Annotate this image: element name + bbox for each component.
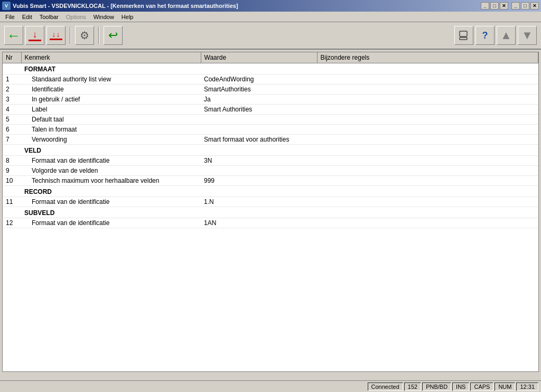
cursor-button[interactable]: [454, 26, 473, 45]
status-connected: Connected: [368, 382, 403, 391]
status-time: 12:31: [516, 382, 538, 391]
cell-bijzondere: [317, 115, 538, 125]
status-caps: CAPS: [470, 382, 493, 391]
cell-bijzondere: [317, 197, 538, 207]
cell-waarde: Smart formaat voor authorities: [201, 135, 317, 145]
cell-waarde: 999: [201, 176, 317, 186]
menu-window[interactable]: Window: [90, 13, 117, 21]
cell-bijzondere: [317, 135, 538, 145]
col-header-waarde: Waarde: [201, 52, 317, 63]
download-button[interactable]: ↓: [25, 26, 44, 45]
menu-options[interactable]: Options: [63, 13, 89, 21]
table-row[interactable]: 9 Volgorde van de velden: [3, 166, 538, 176]
cell-kenmerk: Talen in formaat: [21, 125, 201, 135]
section-indicator: [3, 63, 21, 74]
back-button[interactable]: ←: [4, 26, 23, 45]
cell-kenmerk: Technisch maximum voor herhaalbare velde…: [21, 176, 201, 186]
close-main-btn[interactable]: ✕: [500, 2, 508, 10]
col-header-kenmerk: Kenmerk: [21, 52, 201, 63]
table-row[interactable]: RECORD: [3, 186, 538, 197]
table-row[interactable]: VELD: [3, 145, 538, 156]
cell-waarde: [201, 166, 317, 176]
nav-up-button[interactable]: ▲: [497, 26, 516, 45]
minimize-child-btn[interactable]: _: [511, 2, 520, 10]
cell-kenmerk: Default taal: [21, 115, 201, 125]
table-row[interactable]: 2 Identificatie SmartAuthorities: [3, 85, 538, 95]
cell-waarde: Ja: [201, 95, 317, 105]
table-row[interactable]: 8 Formaat van de identificatie 3N: [3, 156, 538, 166]
section-indicator: [3, 186, 21, 197]
status-code: 152: [404, 382, 421, 391]
cell-bijzondere: [317, 166, 538, 176]
cell-nr: 11: [3, 197, 21, 207]
svg-rect-0: [460, 31, 467, 36]
cell-kenmerk: Volgorde van de velden: [21, 166, 201, 176]
menu-edit[interactable]: Edit: [19, 13, 35, 21]
menu-toolbar[interactable]: Toolbar: [36, 13, 62, 21]
minimize-main-btn[interactable]: _: [481, 2, 489, 10]
cell-waarde: SmartAuthorities: [201, 85, 317, 95]
cell-bijzondere: [317, 176, 538, 186]
menu-bar: File Edit Toolbar Options Window Help: [0, 12, 541, 22]
table-row[interactable]: 6 Talen in formaat: [3, 125, 538, 135]
maximize-child-btn[interactable]: □: [521, 2, 529, 10]
app-icon: V: [2, 2, 11, 10]
section-indicator: [3, 145, 21, 156]
section-label: FORMAAT: [21, 63, 538, 74]
ins-text: INS: [456, 384, 465, 390]
help-button[interactable]: ?: [475, 26, 495, 45]
cell-bijzondere: [317, 74, 538, 85]
cell-kenmerk: Formaat van de identificatie: [21, 197, 201, 207]
pnbbd-text: PNB/BD: [426, 384, 447, 390]
menu-help[interactable]: Help: [118, 13, 137, 21]
section-label: RECORD: [21, 186, 538, 197]
nav-down-button[interactable]: ▼: [518, 26, 537, 45]
table-row[interactable]: 11 Formaat van de identificatie 1.N: [3, 197, 538, 207]
toolbar: ← ↓ ↓↓ ⚙ ↩ ? ▲ ▼: [0, 22, 541, 50]
download-all-button[interactable]: ↓↓: [46, 26, 66, 45]
connected-text: Connected: [371, 384, 399, 390]
maximize-main-btn[interactable]: □: [490, 2, 499, 10]
cell-waarde: [201, 125, 317, 135]
table-row[interactable]: 5 Default taal: [3, 115, 538, 125]
table-row[interactable]: 3 In gebruik / actief Ja: [3, 95, 538, 105]
cell-waarde: Smart Authorities: [201, 105, 317, 115]
title-bar-left: V Vubis Smart - VSDEVNICKLOCAL - [Kenmer…: [2, 2, 238, 10]
cell-bijzondere: [317, 105, 538, 115]
title-bar: V Vubis Smart - VSDEVNICKLOCAL - [Kenmer…: [0, 0, 541, 12]
caps-text: CAPS: [474, 384, 490, 390]
undo-button[interactable]: ↩: [104, 26, 123, 45]
table-row[interactable]: 12 Formaat van de identificatie 1AN: [3, 218, 538, 228]
cell-bijzondere: [317, 95, 538, 105]
section-indicator: [3, 207, 21, 218]
cell-waarde: 1.N: [201, 197, 317, 207]
cell-nr: 8: [3, 156, 21, 166]
main-content: Nr Kenmerk Waarde Bijzondere regels FORM…: [2, 52, 539, 372]
menu-file[interactable]: File: [2, 13, 18, 21]
table-row[interactable]: FORMAAT: [3, 63, 538, 74]
table-row[interactable]: 4 Label Smart Authorities: [3, 105, 538, 115]
table-row[interactable]: SUBVELD: [3, 207, 538, 218]
cell-nr: 12: [3, 218, 21, 228]
data-table: Nr Kenmerk Waarde Bijzondere regels FORM…: [3, 52, 538, 228]
table-row[interactable]: 1 Standaard authority list view CodeAndW…: [3, 74, 538, 85]
cell-kenmerk: Label: [21, 105, 201, 115]
svg-rect-1: [460, 38, 467, 40]
cell-nr: 4: [3, 105, 21, 115]
cell-bijzondere: [317, 85, 538, 95]
cell-kenmerk: In gebruik / actief: [21, 95, 201, 105]
cell-nr: 6: [3, 125, 21, 135]
close-child-btn[interactable]: ✕: [530, 2, 539, 10]
toolbar-right: ? ▲ ▼: [454, 26, 537, 45]
status-ins: INS: [452, 382, 469, 391]
table-row[interactable]: 10 Technisch maximum voor herhaalbare ve…: [3, 176, 538, 186]
toolbar-sep-2: [98, 27, 99, 44]
cell-waarde: CodeAndWording: [201, 74, 317, 85]
cell-bijzondere: [317, 218, 538, 228]
section-label: SUBVELD: [21, 207, 538, 218]
title-bar-text: Vubis Smart - VSDEVNICKLOCAL - [Kenmerke…: [13, 3, 238, 9]
table-row[interactable]: 7 Verwoording Smart formaat voor authori…: [3, 135, 538, 145]
title-bar-controls[interactable]: _ □ ✕ _ □ ✕: [481, 2, 539, 10]
col-header-nr: Nr: [3, 52, 21, 63]
settings-button[interactable]: ⚙: [75, 26, 94, 45]
